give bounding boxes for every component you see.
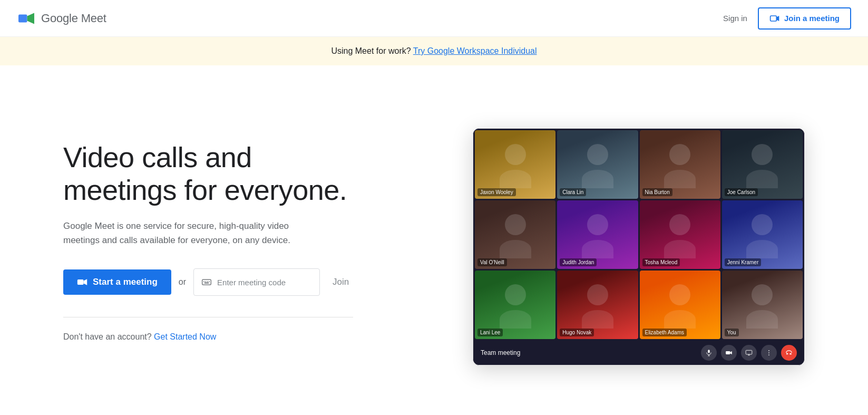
svg-point-21	[768, 352, 769, 353]
header-logo-area: Google Meet	[17, 9, 106, 28]
participant-name-label: Val O'Neill	[477, 258, 507, 266]
video-cell: Jaxon Wooley	[475, 130, 555, 199]
video-cell: Elizabeth Adams	[640, 271, 720, 339]
screen-share-icon	[745, 349, 753, 356]
video-cell: Clara Lin	[557, 130, 638, 199]
section-divider	[63, 317, 353, 317]
get-started-link[interactable]: Get Started Now	[154, 332, 216, 341]
end-call-icon	[785, 349, 793, 356]
participant-name-label: Judith Jordan	[560, 258, 597, 266]
svg-rect-9	[207, 282, 208, 283]
toolbar-icons	[701, 345, 797, 361]
participant-name-label: Tosha Mcleod	[642, 258, 680, 266]
svg-rect-0	[18, 14, 27, 22]
join-code-button[interactable]: Join	[327, 277, 354, 287]
header-actions: Sign in Join a meeting	[723, 7, 851, 30]
workspace-link[interactable]: Try Google Workspace Individual	[413, 46, 537, 55]
video-camera-icon	[77, 277, 87, 287]
meeting-code-field-wrap	[193, 268, 320, 296]
video-toolbar: Team meeting	[473, 341, 804, 365]
video-cell: You	[722, 271, 803, 339]
video-cell: Jenni Kramer	[722, 200, 803, 269]
svg-point-20	[768, 350, 769, 351]
svg-rect-17	[746, 350, 752, 354]
participant-name-label: Nia Burton	[642, 188, 672, 196]
participant-name-label: Lani Lee	[477, 329, 503, 336]
svg-rect-15	[726, 351, 730, 354]
end-call-button[interactable]	[781, 345, 797, 361]
more-options-icon	[765, 349, 773, 356]
video-demo-window: Jaxon WooleyClara LinNia BurtonJoe Carls…	[473, 128, 805, 365]
no-account-text: Don't have an account? Get Started Now	[63, 332, 353, 342]
mic-icon	[705, 349, 713, 356]
video-cell: Val O'Neill	[475, 200, 555, 269]
svg-rect-12	[708, 350, 710, 353]
svg-rect-10	[209, 282, 210, 283]
hero-right: Jaxon WooleyClara LinNia BurtonJoe Carls…	[385, 118, 805, 365]
hero-headline: Video calls and meetings for everyone.	[63, 141, 353, 206]
participant-name-label: Hugo Novak	[560, 329, 594, 336]
more-options-button[interactable]	[761, 345, 777, 361]
app-name-label: Google Meet	[41, 12, 106, 25]
header: Google Meet Sign in Join a meeting	[0, 0, 868, 37]
hero-subtext: Google Meet is one service for secure, h…	[63, 219, 316, 247]
google-meet-logo-icon	[17, 9, 36, 28]
screen-share-button[interactable]	[741, 345, 757, 361]
participant-name-label: Elizabeth Adams	[642, 329, 687, 336]
svg-rect-6	[202, 279, 211, 285]
video-cell: Lani Lee	[475, 271, 555, 339]
participant-name-label: Jaxon Wooley	[477, 188, 516, 196]
participant-name-label: You	[725, 329, 739, 336]
video-cell: Joe Carlson	[722, 130, 803, 199]
join-meeting-button[interactable]: Join a meeting	[758, 7, 851, 30]
meeting-title: Team meeting	[481, 349, 696, 356]
join-meeting-label: Join a meeting	[784, 14, 840, 23]
banner-text: Using Meet for work?	[331, 46, 411, 55]
svg-rect-11	[204, 283, 209, 284]
svg-marker-16	[730, 351, 732, 354]
camera-button[interactable]	[721, 345, 737, 361]
camera-icon	[725, 349, 733, 356]
video-cell: Tosha Mcleod	[640, 200, 720, 269]
start-meeting-button[interactable]: Start a meeting	[63, 269, 171, 295]
video-cell: Hugo Novak	[557, 271, 638, 339]
no-account-label: Don't have an account?	[63, 332, 152, 341]
main-content: Video calls and meetings for everyone. G…	[0, 65, 868, 407]
participant-name-label: Joe Carlson	[725, 188, 758, 196]
svg-rect-23	[786, 353, 787, 354]
start-meeting-label: Start a meeting	[93, 277, 158, 287]
sign-in-button[interactable]: Sign in	[723, 14, 747, 23]
svg-rect-4	[77, 279, 84, 285]
meeting-code-input[interactable]	[217, 278, 312, 287]
video-cell: Nia Burton	[640, 130, 720, 199]
svg-rect-2	[771, 16, 777, 21]
mic-button[interactable]	[701, 345, 717, 361]
svg-point-22	[768, 354, 769, 355]
svg-rect-8	[206, 282, 207, 283]
action-row: Start a meeting or Join	[63, 268, 353, 296]
join-icon	[769, 13, 780, 24]
video-cell: Judith Jordan	[557, 200, 638, 269]
svg-rect-7	[203, 282, 204, 283]
svg-marker-5	[84, 279, 87, 285]
promo-banner: Using Meet for work? Try Google Workspac…	[0, 37, 868, 65]
video-grid: Jaxon WooleyClara LinNia BurtonJoe Carls…	[473, 129, 804, 341]
svg-rect-24	[790, 353, 791, 354]
participant-name-label: Jenni Kramer	[725, 258, 761, 266]
participant-name-label: Clara Lin	[560, 188, 586, 196]
hero-left: Video calls and meetings for everyone. G…	[63, 141, 353, 342]
or-separator: or	[179, 277, 186, 287]
keyboard-icon	[201, 277, 212, 287]
